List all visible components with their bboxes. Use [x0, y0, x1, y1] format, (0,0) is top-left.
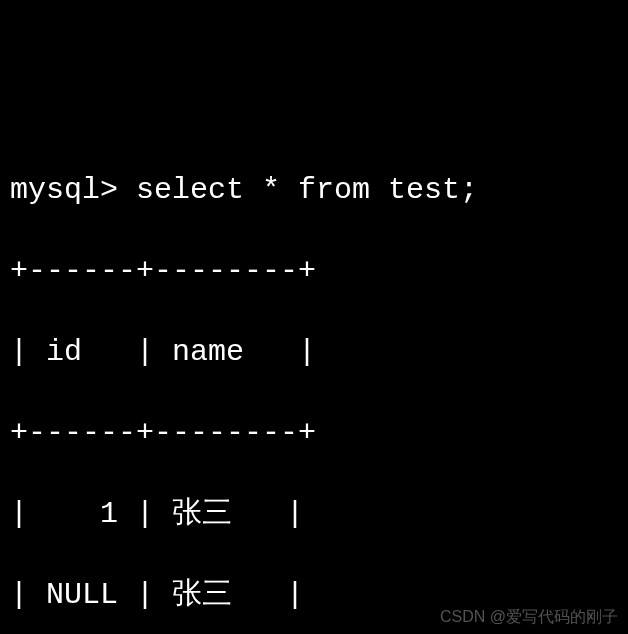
table-border-top: +------+--------+ — [10, 251, 618, 292]
watermark-text: CSDN @爱写代码的刚子 — [440, 606, 618, 628]
sql-query: select * from test; — [136, 173, 478, 207]
table-header-row: | id | name | — [10, 332, 618, 373]
table-row: | 1 | 张三 | — [10, 494, 618, 535]
table-border-mid: +------+--------+ — [10, 413, 618, 454]
mysql-prompt: mysql> — [10, 173, 136, 207]
